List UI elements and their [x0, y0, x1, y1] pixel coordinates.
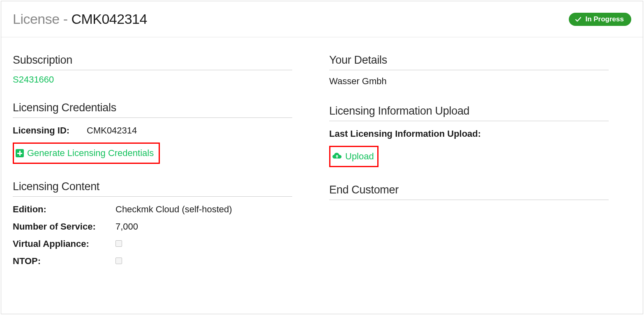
left-column: Subscription S2431660 Licensing Credenti…: [13, 54, 292, 286]
licensing-id-value: CMK042314: [87, 125, 137, 136]
section-your-details: Your Details Wasser Gmbh: [329, 54, 609, 88]
last-upload-label: Last Licensing Information Upload:: [329, 129, 481, 139]
virtual-appliance-value: [115, 239, 122, 249]
edition-label: Edition:: [13, 204, 115, 215]
upload-button[interactable]: Upload: [329, 146, 379, 167]
check-icon: [575, 16, 582, 23]
content-grid: Subscription S2431660 Licensing Credenti…: [1, 37, 643, 298]
section-title-end-customer: End Customer: [329, 184, 609, 200]
section-title-subscription: Subscription: [13, 54, 292, 70]
virtual-appliance-label: Virtual Appliance:: [13, 239, 115, 249]
licensing-id-row: Licensing ID: CMK042314: [13, 122, 292, 139]
section-upload: Licensing Information Upload Last Licens…: [329, 105, 609, 167]
section-title-credentials: Licensing Credentials: [13, 101, 292, 118]
services-label: Number of Service:: [13, 221, 115, 232]
ntop-label: NTOP:: [13, 256, 115, 267]
page-container: License - CMK042314 In Progress Subscrip…: [1, 1, 643, 314]
plus-square-icon: [16, 149, 24, 157]
ntop-checkbox[interactable]: [115, 258, 122, 264]
virtual-appliance-checkbox[interactable]: [115, 240, 122, 247]
services-value: 7,000: [115, 221, 138, 232]
generate-credentials-button[interactable]: Generate Licensing Credentials: [13, 143, 160, 164]
section-licensing-content: Licensing Content Edition: Checkmk Cloud…: [13, 180, 292, 270]
virtual-appliance-row: Virtual Appliance:: [13, 235, 292, 253]
title-prefix: License -: [13, 11, 71, 27]
ntop-row: NTOP:: [13, 253, 292, 270]
subscription-link[interactable]: S2431660: [13, 74, 54, 85]
title-license-code: CMK042314: [71, 11, 147, 27]
right-column: Your Details Wasser Gmbh Licensing Infor…: [329, 54, 609, 286]
company-name: Wasser Gmbh: [329, 74, 609, 88]
last-upload-row: Last Licensing Information Upload:: [329, 125, 609, 143]
upload-label: Upload: [345, 151, 374, 162]
services-row: Number of Service: 7,000: [13, 218, 292, 235]
status-badge: In Progress: [569, 13, 631, 26]
edition-value: Checkmk Cloud (self-hosted): [115, 204, 232, 215]
section-subscription: Subscription S2431660: [13, 54, 292, 85]
generate-credentials-label: Generate Licensing Credentials: [27, 148, 154, 159]
cloud-upload-icon: [332, 152, 342, 161]
section-end-customer: End Customer: [329, 184, 609, 200]
status-text: In Progress: [585, 15, 624, 23]
section-title-licensing-content: Licensing Content: [13, 180, 292, 197]
licensing-id-label: Licensing ID:: [13, 125, 87, 136]
page-title: License - CMK042314: [13, 11, 147, 27]
page-header: License - CMK042314 In Progress: [1, 1, 643, 37]
edition-row: Edition: Checkmk Cloud (self-hosted): [13, 201, 292, 218]
section-title-your-details: Your Details: [329, 54, 609, 70]
section-title-upload: Licensing Information Upload: [329, 105, 609, 121]
section-credentials: Licensing Credentials Licensing ID: CMK0…: [13, 101, 292, 164]
ntop-value: [115, 256, 122, 267]
